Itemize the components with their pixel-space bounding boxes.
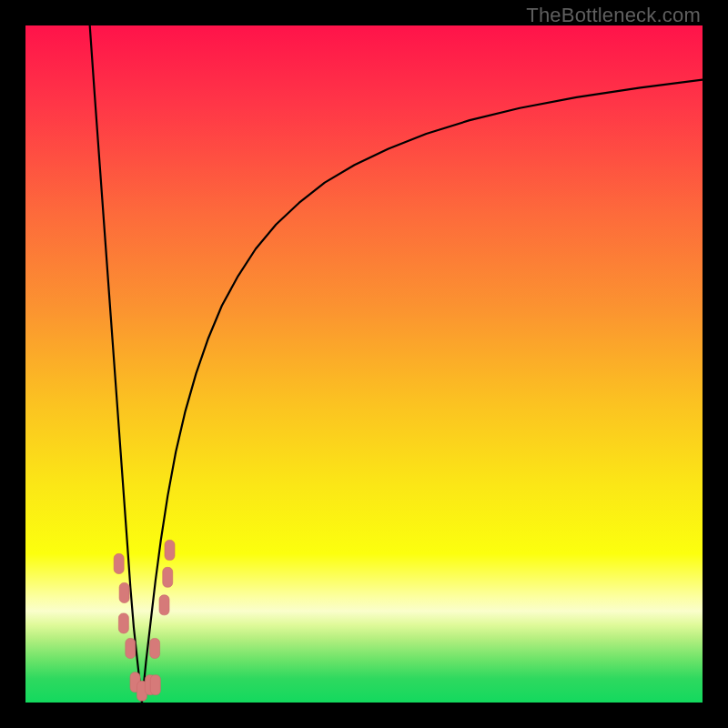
data-marker: [114, 553, 124, 573]
plot-area: [25, 25, 703, 703]
data-marker: [150, 638, 160, 658]
curve-right-branch: [142, 80, 703, 703]
data-marker: [118, 613, 128, 633]
curve-left-branch: [90, 25, 142, 703]
data-marker: [150, 675, 160, 695]
bottleneck-curve: [25, 25, 703, 703]
chart-frame: TheBottleneck.com: [0, 0, 728, 728]
data-marker: [163, 567, 173, 587]
watermark-label: TheBottleneck.com: [526, 4, 701, 27]
data-marker: [126, 638, 136, 658]
data-marker: [119, 582, 129, 602]
data-marker: [159, 595, 169, 615]
data-marker: [165, 541, 175, 561]
